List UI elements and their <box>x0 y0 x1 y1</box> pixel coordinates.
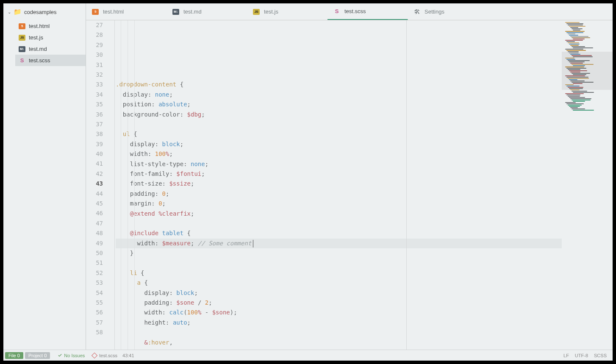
code-line[interactable]: } <box>116 248 562 258</box>
code-line[interactable]: list-style-type: none; <box>116 159 562 169</box>
file-lint-pill[interactable]: File 0 <box>5 352 23 359</box>
code-line[interactable]: &:focus { <box>116 347 562 350</box>
chevron-down-icon: ⌄ <box>8 10 11 14</box>
code-line[interactable]: font-size: $ssize; <box>116 179 562 189</box>
code-line[interactable]: display: block; <box>116 139 562 149</box>
code-line[interactable]: width: $measure; // Some comment <box>116 239 562 248</box>
gutter: 2728293031323334353637383940414243444546… <box>86 20 110 350</box>
code-line[interactable]: width: calc(100% - $sone); <box>116 308 562 317</box>
check-icon <box>58 353 62 358</box>
project-lint-pill[interactable]: Project 0 <box>25 352 50 359</box>
tab-test-js[interactable]: JStest.js <box>247 3 327 20</box>
sidebar-item-test-js[interactable]: JStest.js <box>15 32 86 43</box>
project-header[interactable]: ⌄ 📁 codesamples <box>3 3 86 20</box>
sidebar: ⌄ 📁 codesamples 5test.htmlJStest.jsM↓tes… <box>3 3 86 350</box>
project-name: codesamples <box>24 9 57 15</box>
code-line[interactable]: background-color: $dbg; <box>116 110 562 119</box>
code-line[interactable] <box>116 258 562 268</box>
md-file-icon: M↓ <box>19 46 25 52</box>
code-line[interactable]: a { <box>116 278 562 288</box>
code-line[interactable]: height: auto; <box>116 318 562 328</box>
code-line[interactable]: margin: 0; <box>116 199 562 208</box>
line-number: 46 <box>86 208 103 218</box>
settings-icon: 🛠 <box>414 8 420 15</box>
status-bar: File 0 Project 0 No Issues test.scss 43:… <box>3 350 613 361</box>
line-number: 54 <box>86 288 103 298</box>
cursor-position: 43:41 <box>122 353 134 358</box>
sidebar-item-test-html[interactable]: 5test.html <box>15 20 86 32</box>
code-line[interactable]: width: 100%; <box>116 149 562 159</box>
code-line[interactable]: display: block; <box>116 288 562 298</box>
line-number: 34 <box>86 90 103 100</box>
line-number: 45 <box>86 199 103 208</box>
code-line[interactable]: padding: 0; <box>116 189 562 199</box>
line-number: 56 <box>86 308 103 317</box>
line-number: 42 <box>86 169 103 179</box>
line-number: 39 <box>86 139 103 149</box>
editor[interactable]: 2728293031323334353637383940414243444546… <box>86 20 613 350</box>
line-number: 29 <box>86 40 103 50</box>
code-line[interactable]: .dropdown-content { <box>116 80 562 89</box>
tab-test-html[interactable]: 5test.html <box>86 3 166 20</box>
line-number: 51 <box>86 258 103 268</box>
line-number: 35 <box>86 100 103 109</box>
js-file-icon: JS <box>19 35 25 41</box>
code-line[interactable] <box>116 328 562 337</box>
encoding-indicator[interactable]: UTF-8 <box>575 353 588 358</box>
code-line[interactable] <box>116 119 562 129</box>
line-number: 43 <box>86 179 103 189</box>
tab-settings[interactable]: 🛠Settings <box>408 3 488 20</box>
language-indicator[interactable]: SCSS <box>594 353 607 358</box>
code-line[interactable]: ul { <box>116 129 562 139</box>
eol-indicator[interactable]: LF <box>563 353 569 358</box>
issues-indicator[interactable]: No Issues <box>58 353 85 358</box>
line-number: 49 <box>86 239 103 248</box>
tab-label: test.scss <box>344 8 366 14</box>
line-number: 50 <box>86 248 103 258</box>
html-file-icon: 5 <box>19 23 25 29</box>
minimap[interactable] <box>562 20 613 350</box>
line-number: 53 <box>86 278 103 288</box>
code-line[interactable]: padding: $sone / 2; <box>116 298 562 308</box>
code-line[interactable]: li { <box>116 268 562 278</box>
tab-label: test.html <box>103 8 124 15</box>
code-line[interactable] <box>116 219 562 228</box>
line-number: 30 <box>86 50 103 60</box>
tab-test-md[interactable]: M↓test.md <box>166 3 247 20</box>
line-number: 41 <box>86 159 103 169</box>
line-number: 36 <box>86 110 103 119</box>
line-number: 31 <box>86 60 103 70</box>
code-line[interactable]: position: absolute; <box>116 100 562 109</box>
tab-label: Settings <box>425 8 444 15</box>
tab-label: test.js <box>264 8 278 15</box>
code-line[interactable]: @extend %clearfix; <box>116 209 562 219</box>
scss-file-icon: S <box>19 58 25 64</box>
code-area[interactable]: .dropdown-content { display: none; posit… <box>115 20 562 350</box>
js-file-icon: JS <box>253 9 260 15</box>
text-cursor <box>253 240 253 247</box>
line-number: 32 <box>86 70 103 80</box>
line-number: 37 <box>86 119 103 129</box>
line-number: 58 <box>86 328 103 337</box>
code-line[interactable]: @include tablet { <box>116 228 562 238</box>
code-line[interactable]: &:hover, <box>116 338 562 347</box>
folder-icon: 📁 <box>14 8 22 16</box>
line-number: 48 <box>86 228 103 238</box>
line-number: 33 <box>86 80 103 89</box>
line-number: 38 <box>86 129 103 139</box>
code-line[interactable]: font-family: $fontui; <box>116 169 562 179</box>
sidebar-item-test-scss[interactable]: Stest.scss <box>15 55 86 66</box>
html-file-icon: 5 <box>92 9 99 15</box>
line-number: 40 <box>86 149 103 159</box>
line-number: 47 <box>86 219 103 228</box>
sidebar-item-test-md[interactable]: M↓test.md <box>15 43 86 55</box>
file-dirty-icon <box>92 352 97 358</box>
scss-file-icon: S <box>333 8 340 14</box>
line-number: 55 <box>86 298 103 308</box>
tab-label: test.md <box>183 8 202 15</box>
tab-test-scss[interactable]: Stest.scss <box>327 3 408 20</box>
code-line[interactable]: display: none; <box>116 90 562 100</box>
line-number: 27 <box>86 20 103 30</box>
md-file-icon: M↓ <box>172 9 179 15</box>
active-file-indicator[interactable]: test.scss 43:41 <box>92 353 134 358</box>
